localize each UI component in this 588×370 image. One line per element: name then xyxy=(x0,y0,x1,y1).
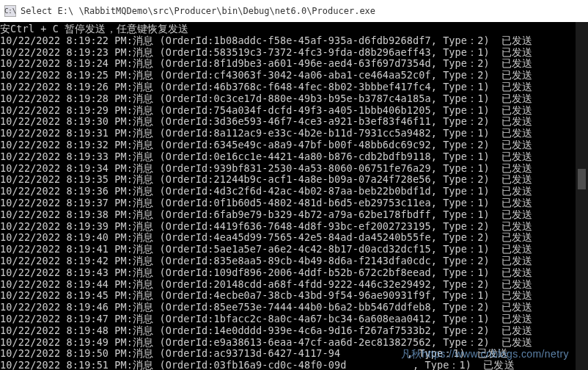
log-line: 10/22/2022 8:19:46 PM:消息 (OrderId:85ee75… xyxy=(0,302,588,313)
log-line: 10/22/2022 8:19:31 PM:消息 (OrderId:8a112a… xyxy=(0,128,588,139)
log-line: 10/22/2022 8:19:24 PM:消息 (OrderId:8f1d9b… xyxy=(0,58,588,70)
log-line: 10/22/2022 8:19:51 PM:消息 (OrderId:03fb16… xyxy=(0,360,588,370)
log-line: 10/22/2022 8:19:34 PM:消息 (OrderId:939bf8… xyxy=(0,163,588,175)
vertical-scrollbar[interactable] xyxy=(576,22,588,370)
log-line: 10/22/2022 8:19:44 PM:消息 (OrderId:20148c… xyxy=(0,279,588,291)
log-line: 10/22/2022 8:19:38 PM:消息 (OrderId:6fab9e… xyxy=(0,209,588,221)
log-line: 10/22/2022 8:19:36 PM:消息 (OrderId:4d3c2f… xyxy=(0,186,588,197)
log-line: 10/22/2022 8:19:28 PM:消息 (OrderId:0c3ce1… xyxy=(0,93,588,105)
log-line: 10/22/2022 8:19:45 PM:消息 (OrderId:4ecbe0… xyxy=(0,290,588,302)
app-icon: C:\ xyxy=(4,5,16,17)
log-line: 10/22/2022 8:19:22 PM:消息 (OrderId:1b08ad… xyxy=(0,35,588,47)
scrollbar-thumb[interactable] xyxy=(578,169,586,189)
log-line: 10/22/2022 8:19:32 PM:消息 (OrderId:6345e4… xyxy=(0,139,588,151)
log-line: 10/22/2022 8:19:49 PM:消息 (OrderId:e9a386… xyxy=(0,337,588,349)
log-line: 10/22/2022 8:19:41 PM:消息 (OrderId:5ae1a5… xyxy=(0,244,588,255)
window-titlebar: C:\ Select E:\ \RabbitMQDemo\src\Produce… xyxy=(0,0,588,22)
log-line: 10/22/2022 8:19:39 PM:消息 (OrderId:4419f6… xyxy=(0,221,588,233)
watermark-text: 凡秋https://www.cnblogs.com/netry xyxy=(401,348,569,361)
console-output[interactable]: 安Ctrl + C 暂停发送，任意键恢复发送10/22/2022 8:19:22… xyxy=(0,22,588,370)
log-line: 10/22/2022 8:19:30 PM:消息 (OrderId:3d36e5… xyxy=(0,116,588,128)
log-line: 10/22/2022 8:19:40 PM:消息 (OrderId:4ea45d… xyxy=(0,232,588,244)
console-header-line: 安Ctrl + C 暂停发送，任意键恢复发送 xyxy=(0,23,588,35)
log-line: 10/22/2022 8:19:23 PM:消息 (OrderId:583519… xyxy=(0,47,588,59)
window-title: Select E:\ \RabbitMQDemo\src\Producer\bi… xyxy=(21,6,375,16)
log-line: 10/22/2022 8:19:25 PM:消息 (OrderId:cf4306… xyxy=(0,70,588,81)
log-line: 10/22/2022 8:19:29 PM:消息 (OrderId:754a03… xyxy=(0,105,588,117)
log-line: 10/22/2022 8:19:33 PM:消息 (OrderId:0e16cc… xyxy=(0,151,588,163)
log-line: 10/22/2022 8:19:47 PM:消息 (OrderId:1bfacc… xyxy=(0,313,588,325)
log-line: 10/22/2022 8:19:48 PM:消息 (OrderId:14e0dd… xyxy=(0,325,588,337)
log-line: 10/22/2022 8:19:26 PM:消息 (OrderId:46b376… xyxy=(0,81,588,93)
log-line: 10/22/2022 8:19:37 PM:消息 (OrderId:0f1b60… xyxy=(0,197,588,209)
log-line: 10/22/2022 8:19:42 PM:消息 (OrderId:835e8a… xyxy=(0,255,588,267)
log-line: 10/22/2022 8:19:43 PM:消息 (OrderId:109df8… xyxy=(0,267,588,279)
log-line: 10/22/2022 8:19:35 PM:消息 (OrderId:21244b… xyxy=(0,174,588,186)
